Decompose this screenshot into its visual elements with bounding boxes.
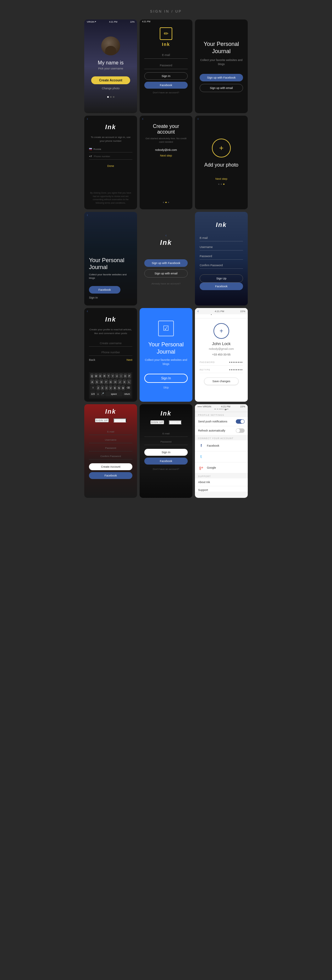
- google-connect-item[interactable]: g+ Google: [195, 462, 248, 473]
- key-x[interactable]: X: [101, 385, 104, 390]
- create-account-button[interactable]: Create Account: [91, 76, 130, 84]
- signin-button-11[interactable]: Sign In: [144, 374, 188, 383]
- screen-12-content: + John Lock nobody@gmail.com +33 453·33-…: [195, 318, 248, 402]
- key-g[interactable]: G: [109, 379, 113, 384]
- signin-button-14[interactable]: Sign In: [144, 449, 188, 456]
- facebook-solid-button[interactable]: Facebook: [89, 286, 120, 294]
- screen-create-account: VIRGIN ▾ 4:21 PM 22% My name is Pick you…: [84, 19, 137, 113]
- key-d[interactable]: D: [99, 379, 104, 384]
- email-field-13[interactable]: E-mail: [89, 429, 132, 435]
- key-b[interactable]: B: [113, 385, 117, 390]
- screen-settings: ••••• VIRGIN 4:21 PM 22% Settings PROFIL…: [195, 404, 248, 498]
- email-field-14[interactable]: E-mail: [144, 431, 188, 437]
- next-step-button[interactable]: Next step: [160, 154, 172, 157]
- create-account-button-13[interactable]: Create Account: [89, 463, 132, 470]
- signup-facebook-button[interactable]: Sign up with Facebook: [200, 74, 243, 81]
- profile-phone: +33 453·33-55: [212, 353, 230, 356]
- key-i[interactable]: I: [119, 373, 123, 379]
- next-button-10[interactable]: Next: [126, 358, 132, 361]
- key-v[interactable]: V: [109, 385, 112, 390]
- facebook-button-13[interactable]: Facebook: [89, 472, 132, 479]
- key-f[interactable]: F: [104, 379, 108, 384]
- facebook-button[interactable]: Facebook: [144, 82, 188, 89]
- key-shift[interactable]: ⇧: [90, 385, 96, 390]
- profile-avatar[interactable]: +: [214, 323, 229, 339]
- facebook-button-9[interactable]: Facebook: [200, 283, 243, 290]
- save-changes-button[interactable]: Save changes: [204, 377, 238, 385]
- key-e[interactable]: E: [98, 373, 102, 379]
- tab-signin-14[interactable]: SIGN IN: [169, 420, 182, 424]
- key-l[interactable]: L: [127, 379, 131, 384]
- password-input[interactable]: [144, 62, 188, 69]
- dot-1: [218, 183, 219, 185]
- ink-label: Ink: [162, 42, 170, 47]
- back-button-10[interactable]: Back: [89, 358, 95, 361]
- key-t[interactable]: T: [107, 373, 110, 379]
- username-field-13[interactable]: Username: [89, 437, 132, 443]
- screen-1-content: My name is Pick your username Create Acc…: [84, 19, 137, 113]
- row-3: ‹ Your Personal Journal Collect your fav…: [84, 212, 248, 305]
- phone-field-10[interactable]: Phone number: [89, 349, 132, 356]
- signup-fb-button-8[interactable]: Sign up with Facebook: [144, 259, 188, 267]
- password-field-14[interactable]: Password: [144, 439, 188, 445]
- signup-button-9[interactable]: Sign Up: [200, 274, 243, 283]
- twitter-connect-item[interactable]: 𝕥: [195, 451, 248, 462]
- confirm-field-13[interactable]: Confirm Password: [89, 453, 132, 460]
- about-ink-item[interactable]: About Ink: [195, 478, 248, 486]
- key-space[interactable]: space: [105, 391, 123, 396]
- screen-5-content: Create your account Get started absolute…: [140, 116, 192, 209]
- key-p[interactable]: P: [128, 373, 131, 379]
- key-delete[interactable]: ⌫: [125, 385, 131, 390]
- skip-button[interactable]: Skip: [163, 386, 169, 389]
- key-mic[interactable]: 🎤: [101, 391, 105, 396]
- key-123[interactable]: 123: [90, 391, 95, 396]
- key-return[interactable]: return: [123, 391, 131, 396]
- next-step-button-2[interactable]: Next step: [215, 177, 227, 180]
- google-icon: g+: [198, 465, 204, 471]
- row-4: ‹ Ink Create your profile to read full a…: [84, 308, 248, 402]
- signin-link[interactable]: Sign In: [89, 296, 98, 299]
- phone-row: +7 Phone number: [89, 155, 132, 160]
- key-z[interactable]: Z: [97, 385, 100, 390]
- key-m[interactable]: M: [121, 385, 125, 390]
- key-c[interactable]: C: [105, 385, 108, 390]
- key-w[interactable]: W: [94, 373, 98, 379]
- refresh-toggle[interactable]: [236, 428, 244, 433]
- key-o[interactable]: O: [124, 373, 127, 379]
- add-photo-circle[interactable]: +: [212, 138, 231, 158]
- push-toggle[interactable]: [236, 419, 244, 424]
- done-button[interactable]: Done: [107, 164, 114, 167]
- key-k[interactable]: K: [123, 379, 127, 384]
- signup-email-button-8[interactable]: Sign up with email: [144, 269, 188, 278]
- key-n[interactable]: N: [117, 385, 121, 390]
- key-q[interactable]: Q: [90, 373, 94, 379]
- journal-sub-blue: Collect your favorite websites and blogs: [144, 358, 188, 366]
- support-item[interactable]: Support: [195, 486, 248, 492]
- key-h[interactable]: H: [113, 379, 117, 384]
- status-bar-5: ‹: [140, 116, 192, 122]
- tab-signup-14[interactable]: SIGN UP: [150, 420, 164, 424]
- page-title: SIGN IN / UP: [150, 10, 182, 13]
- key-j[interactable]: J: [118, 379, 122, 384]
- key-y[interactable]: Y: [111, 373, 115, 379]
- change-photo-link[interactable]: Change photo: [102, 87, 120, 90]
- key-a[interactable]: A: [90, 379, 94, 384]
- key-u[interactable]: U: [115, 373, 118, 379]
- screen-phone-number: ‹ Ink To create an account or sign in, u…: [84, 116, 137, 209]
- screen-signup-dark: ‹ Ink Sign up with Facebook Sign up with…: [140, 212, 192, 305]
- key-emoji[interactable]: ☺: [96, 391, 100, 396]
- status-bar-9: [195, 212, 248, 214]
- tab-signin-13[interactable]: SIGN IN: [113, 418, 126, 422]
- key-r[interactable]: R: [103, 373, 106, 379]
- signup-email-button[interactable]: Sign up with email: [200, 84, 243, 92]
- ink-logo-13: Ink: [105, 408, 117, 415]
- password-field-13[interactable]: Password: [89, 445, 132, 451]
- key-s[interactable]: S: [95, 379, 99, 384]
- facebook-button-14[interactable]: Facebook: [144, 458, 188, 465]
- signin-button[interactable]: Sign In: [144, 72, 188, 80]
- facebook-connect-item[interactable]: f Facebook: [195, 440, 248, 451]
- tab-signup-13[interactable]: SIGN UP: [95, 418, 109, 422]
- username-field-10[interactable]: Create username: [89, 340, 132, 347]
- email-input[interactable]: [144, 51, 188, 59]
- status-bar-7: ‹: [84, 212, 137, 218]
